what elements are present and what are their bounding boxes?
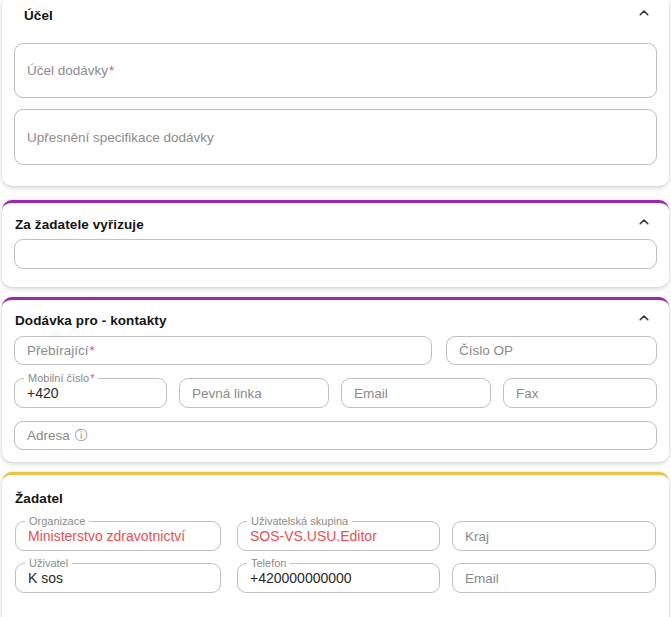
kraj-input[interactable]: Kraj xyxy=(452,521,656,551)
collapse-section-dodavka-kontakty-button[interactable] xyxy=(635,311,653,329)
prebirajici-placeholder: Přebírající xyxy=(27,343,89,358)
adresa-placeholder: Adresa xyxy=(27,428,70,443)
za-zadatele-vyrizuje-input[interactable] xyxy=(14,239,657,269)
uzivatelska-skupina-label: Uživatelská skupina xyxy=(247,514,352,528)
cislo-op-placeholder: Číslo OP xyxy=(459,343,513,358)
collapse-section-za-zadatele-button[interactable] xyxy=(635,215,653,233)
telefon-input[interactable]: Telefon +420000000000 xyxy=(237,563,440,593)
ucel-dodavky-placeholder: Účel dodávky xyxy=(27,63,108,78)
adresa-input[interactable]: Adresa ⓘ xyxy=(14,421,657,450)
chevron-up-icon xyxy=(637,6,651,24)
uzivatel-input[interactable]: Uživatel K sos xyxy=(15,563,221,593)
pevna-linka-placeholder: Pevná linka xyxy=(192,386,262,401)
zadatel-email-input[interactable]: Email xyxy=(452,563,656,593)
organizace-label: Organizace xyxy=(25,514,89,528)
chevron-up-icon xyxy=(637,215,651,233)
required-marker: * xyxy=(90,372,94,384)
section-ucel: Účel Účel dodávky* Upřesnění specifikace… xyxy=(2,0,669,186)
upresneni-specifikace-textarea[interactable]: Upřesnění specifikace dodávky xyxy=(14,109,657,165)
uzivatelska-skupina-input[interactable]: Uživatelská skupina SOS-VS.USU.Editor xyxy=(237,521,440,551)
mobilni-cislo-label: Mobilní číslo* xyxy=(24,371,98,385)
section-dodavka-kontakty: Dodávka pro - kontakty Přebírající* Čísl… xyxy=(2,297,669,462)
section-zadatel-title: Žadatel xyxy=(15,491,63,506)
kontakt-email-placeholder: Email xyxy=(354,386,388,401)
fax-input[interactable]: Fax xyxy=(503,378,657,408)
ucel-dodavky-textarea[interactable]: Účel dodávky* xyxy=(14,43,657,98)
required-marker: * xyxy=(109,63,114,78)
organizace-input[interactable]: Organizace Ministerstvo zdravotnictví xyxy=(15,521,221,551)
kraj-placeholder: Kraj xyxy=(465,529,489,544)
mobilni-cislo-input[interactable]: Mobilní číslo* +420 xyxy=(14,378,167,408)
section-zadatel: Žadatel Organizace Ministerstvo zdravotn… xyxy=(2,472,669,617)
telefon-label: Telefon xyxy=(247,556,290,570)
form-page: Účel Účel dodávky* Upřesnění specifikace… xyxy=(0,0,671,617)
kontakt-email-input[interactable]: Email xyxy=(341,378,491,408)
section-za-zadatele: Za žadatele vyřizuje xyxy=(2,200,669,287)
section-dodavka-kontakty-title: Dodávka pro - kontakty xyxy=(15,313,166,328)
mobilni-cislo-value: +420 xyxy=(27,385,59,401)
uzivatelska-skupina-value: SOS-VS.USU.Editor xyxy=(250,528,377,544)
pevna-linka-input[interactable]: Pevná linka xyxy=(179,378,329,408)
section-ucel-title: Účel xyxy=(24,8,53,23)
prebirajici-input[interactable]: Přebírající* xyxy=(14,336,432,365)
telefon-value: +420000000000 xyxy=(250,570,352,586)
cislo-op-input[interactable]: Číslo OP xyxy=(446,336,657,365)
info-icon[interactable]: ⓘ xyxy=(75,427,88,445)
collapse-section-ucel-button[interactable] xyxy=(635,6,653,24)
chevron-up-icon xyxy=(637,311,651,329)
uzivatel-label: Uživatel xyxy=(25,556,72,570)
zadatel-email-placeholder: Email xyxy=(465,571,499,586)
fax-placeholder: Fax xyxy=(516,386,539,401)
required-marker: * xyxy=(90,343,95,358)
uzivatel-value: K sos xyxy=(28,570,63,586)
section-za-zadatele-title: Za žadatele vyřizuje xyxy=(15,217,144,232)
upresneni-placeholder: Upřesnění specifikace dodávky xyxy=(27,130,214,145)
organizace-value: Ministerstvo zdravotnictví xyxy=(28,528,185,544)
